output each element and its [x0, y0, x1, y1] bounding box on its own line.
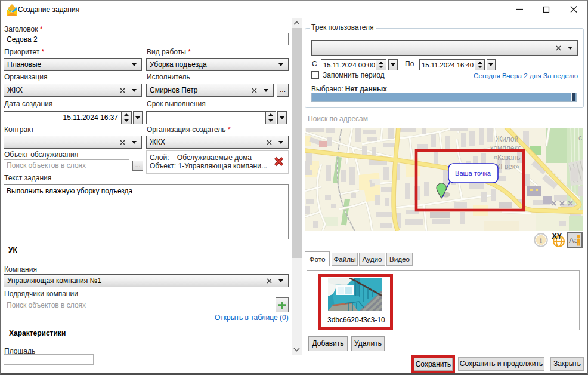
svg-text:i: i	[540, 236, 542, 245]
svg-text:с: с	[578, 134, 582, 142]
svg-text:Ваша точка: Ваша точка	[455, 170, 491, 177]
svg-text:«Казань: «Казань	[493, 153, 520, 162]
svg-text:Жилой: Жилой	[496, 135, 518, 143]
svg-text:XY: XY	[552, 232, 562, 241]
